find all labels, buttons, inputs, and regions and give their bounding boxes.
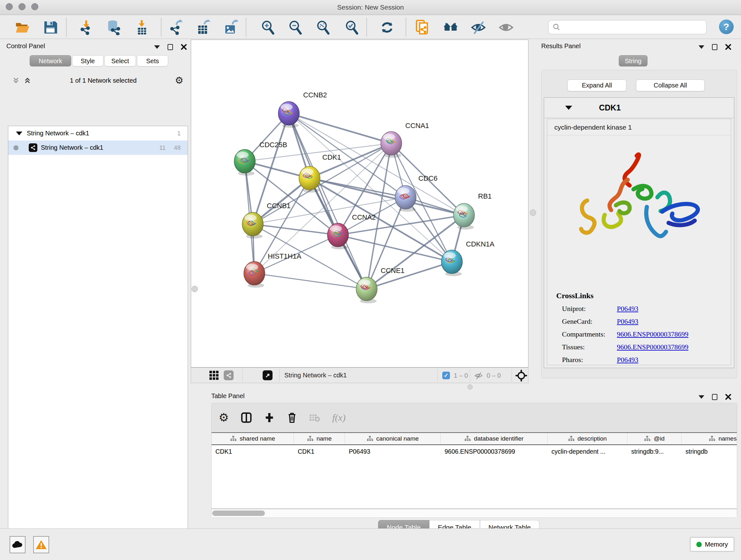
collection-label: String Network – cdk1 <box>27 130 177 137</box>
node-label-CCNA2: CCNA2 <box>352 213 376 221</box>
column-header-description[interactable]: description <box>548 433 627 444</box>
scrollbar-thumb[interactable] <box>212 510 265 516</box>
separator <box>470 369 470 382</box>
table-cell[interactable]: stringdb <box>682 445 737 458</box>
collapse-all-chevron-icon[interactable] <box>12 76 20 84</box>
network-collection-row[interactable]: String Network – cdk1 1 <box>8 126 188 140</box>
collapse-all-button[interactable]: Collapse All <box>636 79 704 91</box>
delete-table-icon <box>309 413 320 422</box>
tab-sets[interactable]: Sets <box>137 55 168 66</box>
crosslink-label: Compartments: <box>556 330 617 338</box>
results-panel-close-icon[interactable] <box>725 44 731 50</box>
crosslink-tissues-link[interactable]: 9606.ENSP00000378699 <box>617 343 688 351</box>
save-session-icon[interactable] <box>43 20 58 35</box>
fit-selected-crosshair-icon[interactable] <box>515 370 527 383</box>
collection-expand-icon[interactable] <box>16 132 22 135</box>
node-label-RB1: RB1 <box>478 192 492 200</box>
show-columns-icon[interactable] <box>241 412 252 423</box>
node-count: 11 <box>159 144 165 151</box>
apply-layout-icon[interactable] <box>380 20 395 35</box>
control-panel: Control Panel Network Style Select Sets … <box>0 39 189 528</box>
node-label-CCNB2: CCNB2 <box>303 91 327 99</box>
column-header-canonicalname[interactable]: canonical name <box>345 433 441 444</box>
warnings-button[interactable] <box>33 536 49 553</box>
column-header-id[interactable]: @id <box>627 433 682 444</box>
results-panel-menu-icon[interactable] <box>698 45 704 49</box>
zoom-selected-icon[interactable] <box>344 20 360 35</box>
import-network-file-icon[interactable] <box>78 20 94 35</box>
table-cell[interactable]: CDK1 <box>294 445 345 458</box>
column-header-databaseidentifier[interactable]: database identifier <box>441 433 548 444</box>
right-splitter-handle[interactable] <box>530 209 536 216</box>
node-label-CDKN1A: CDKN1A <box>466 240 495 248</box>
crosslink-pharos-link[interactable]: P06493 <box>617 356 638 364</box>
memory-label: Memory <box>705 541 728 548</box>
network-share-icon[interactable] <box>224 370 233 380</box>
zoom-out-icon[interactable] <box>288 20 303 35</box>
node-table: shared namenamecanonical namedatabase id… <box>212 432 737 509</box>
gene-description: cyclin-dependent kinase 1 <box>547 119 731 135</box>
crosslink-genecard-link[interactable]: P06493 <box>617 317 638 325</box>
table-cell[interactable]: cyclin-dependent ... <box>548 445 627 458</box>
network-view-title: String Network – cdk1 <box>284 372 347 379</box>
crosslink-uniprot-link[interactable]: P06493 <box>617 305 638 313</box>
zoom-fit-icon[interactable] <box>316 20 331 35</box>
separator <box>512 369 512 382</box>
crosslinks-heading: CrossLinks <box>556 292 688 300</box>
export-table-icon[interactable] <box>196 20 211 35</box>
open-session-icon[interactable] <box>15 20 30 35</box>
show-eye-icon[interactable] <box>498 20 514 35</box>
column-header-name[interactable]: name <box>294 433 345 444</box>
network-list: String Network – cdk1 1 String Network –… <box>8 126 188 560</box>
open-in-window-icon[interactable] <box>263 370 273 380</box>
table-horizontal-scrollbar <box>212 509 737 517</box>
export-network-icon[interactable] <box>168 20 184 35</box>
selected-nodes-checkbox-icon[interactable]: ✓ <box>442 372 450 379</box>
table-panel-float-icon[interactable] <box>712 394 718 400</box>
export-image-icon[interactable] <box>223 20 239 35</box>
control-panel-menu-icon[interactable] <box>154 45 160 49</box>
tab-string[interactable]: String <box>619 55 648 66</box>
cloud-button[interactable] <box>10 536 25 553</box>
birdseye-view-icon[interactable] <box>209 370 219 381</box>
results-panel-float-icon[interactable] <box>712 44 718 50</box>
network-selection-status: 1 of 1 Network selected <box>31 77 175 84</box>
column-header-namespace[interactable]: namespace <box>682 433 737 444</box>
table-cell[interactable]: CDK1 <box>212 445 294 458</box>
expand-all-button[interactable]: Expand All <box>567 79 626 91</box>
table-cell[interactable]: 9606.ENSP00000378699 <box>441 445 548 458</box>
tab-select[interactable]: Select <box>105 55 136 66</box>
import-table-icon[interactable] <box>134 20 149 35</box>
string-home-icon[interactable] <box>443 20 458 35</box>
memory-button[interactable]: Memory <box>690 537 734 551</box>
table-options-gear-icon[interactable]: ⚙ <box>219 412 229 423</box>
delete-column-icon[interactable] <box>287 412 297 423</box>
table-panel-close-icon[interactable] <box>725 394 731 400</box>
import-network-database-icon[interactable] <box>106 20 121 35</box>
tab-style[interactable]: Style <box>72 55 104 66</box>
add-column-icon[interactable] <box>264 412 275 423</box>
network-row-selected[interactable]: String Network – cdk1 11 48 <box>8 140 188 155</box>
network-graph[interactable]: CCNB2CCNA1CDC25BCDK1CDC6RB1CCNB1CCNA2CDK… <box>191 40 529 368</box>
control-panel-float-icon[interactable] <box>167 44 173 50</box>
column-header-sharedname[interactable]: shared name <box>212 433 294 444</box>
zoom-in-icon[interactable] <box>260 20 276 35</box>
clone-network-icon[interactable] <box>414 20 430 35</box>
gene-name: CDK1 <box>599 103 621 112</box>
gene-collapse-icon[interactable] <box>565 106 572 110</box>
crosslink-compartments-link[interactable]: 9606.ENSP00000378699 <box>617 330 688 338</box>
table-panel-menu-icon[interactable] <box>698 395 704 399</box>
table-cell[interactable]: P06493 <box>345 445 441 458</box>
search-input[interactable] <box>563 23 706 30</box>
bottom-splitter-handle[interactable] <box>468 384 473 389</box>
tab-network[interactable]: Network <box>30 55 71 66</box>
control-panel-close-icon[interactable] <box>181 44 187 50</box>
expand-all-chevron-icon[interactable] <box>23 76 31 84</box>
help-button[interactable]: ? <box>719 19 734 34</box>
hidden-eye-slash-icon <box>474 371 483 381</box>
network-options-gear-icon[interactable]: ⚙ <box>175 76 184 85</box>
table-cell[interactable]: stringdb:9... <box>627 445 682 458</box>
separator <box>437 369 438 382</box>
hide-panel-eye-icon[interactable] <box>471 20 486 35</box>
left-splitter-handle[interactable] <box>192 286 198 292</box>
